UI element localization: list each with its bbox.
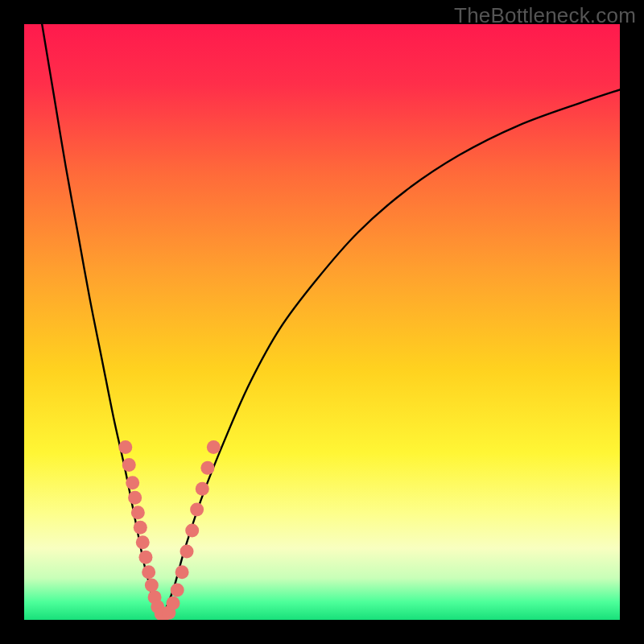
marker-dot: [145, 579, 159, 592]
chart-frame: TheBottleneck.com: [0, 0, 644, 644]
plot-area: [24, 24, 620, 620]
curves-layer: [24, 24, 620, 620]
marker-dot: [142, 565, 155, 579]
marker-dot: [126, 476, 139, 489]
right-curve: [161, 89, 620, 620]
marker-dot: [200, 461, 214, 475]
marker-dot: [136, 535, 150, 549]
marker-dot: [122, 458, 136, 472]
marker-dot: [138, 551, 152, 564]
marker-dot: [180, 544, 194, 558]
marker-dot: [207, 440, 221, 454]
marker-dot: [118, 440, 132, 454]
marker-dot: [190, 503, 204, 517]
marker-dot: [175, 565, 189, 579]
valley-markers: [118, 440, 221, 620]
marker-dot: [196, 482, 209, 496]
marker-dot: [171, 584, 184, 597]
marker-dot: [185, 524, 199, 538]
marker-dot: [167, 597, 180, 610]
marker-dot: [134, 521, 147, 535]
marker-dot: [131, 506, 145, 519]
marker-dot: [128, 491, 142, 505]
